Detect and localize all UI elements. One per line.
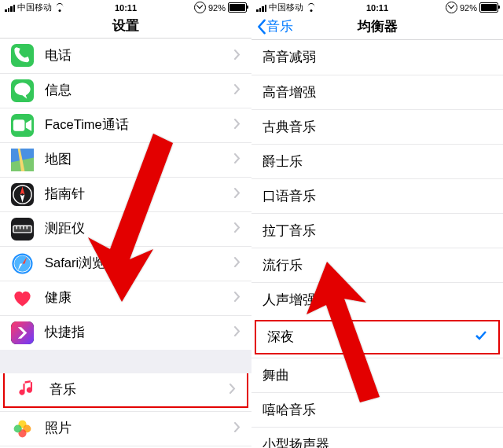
equalizer-row[interactable]: 舞曲 [252,358,503,392]
chevron-right-icon [234,118,240,132]
row-label: 高音增强 [263,84,492,101]
equalizer-row[interactable]: 高音增强 [252,75,503,109]
row-label: 测距仪 [45,220,234,237]
back-button[interactable]: 音乐 [256,17,293,35]
measure-icon [11,218,34,241]
equalizer-row[interactable]: 拉丁音乐 [252,213,503,248]
equalizer-row[interactable]: 小型扬声器 [252,427,503,448]
chevron-right-icon [234,325,240,340]
svg-rect-2 [13,226,31,233]
settings-row[interactable]: 电话 [0,39,252,73]
row-label: 流行乐 [263,257,492,274]
signal-icon [256,4,266,12]
battery-percent: 92% [460,3,477,13]
battery-icon [479,2,498,13]
row-label: 照片 [45,420,234,437]
chevron-right-icon [234,83,240,97]
message-icon [11,79,34,102]
battery-percent: 92% [208,3,226,13]
row-label: 爵士乐 [263,153,492,171]
row-label: 深夜 [267,329,475,346]
settings-list: 电话信息FaceTime通话地图指南针测距仪Safari浏览器健康快捷指 音乐照… [0,39,252,448]
status-bar: 中国移动 10:11 92% [252,0,503,14]
equalizer-row[interactable]: 爵士乐 [252,144,503,178]
equalizer-row[interactable]: 流行乐 [252,248,503,282]
row-label: 小型扬声器 [263,436,492,448]
equalizer-row[interactable]: 人声增强 [252,282,503,317]
settings-row[interactable]: 信息 [0,73,252,108]
chevron-right-icon [234,421,240,435]
equalizer-row[interactable]: 深夜 [255,320,500,354]
signal-icon [5,4,15,12]
row-label: 信息 [45,82,234,99]
time-label: 10:11 [115,3,137,13]
status-bar: 中国移动 10:11 92% [0,0,252,13]
row-label: 指南针 [45,185,234,203]
equalizer-row[interactable]: 高音减弱 [252,40,503,75]
time-label: 10:11 [366,3,388,13]
row-label: FaceTime通话 [45,116,234,134]
svg-point-10 [14,424,22,432]
carrier-label: 中国移动 [17,2,52,13]
equalizer-list: 高音减弱高音增强古典音乐爵士乐口语音乐拉丁音乐流行乐人声增强深夜舞曲嘻哈音乐小型… [252,40,503,448]
phone-icon [11,44,34,67]
svg-rect-6 [11,321,34,344]
row-label: 地图 [45,151,234,168]
row-label: 人声增强 [263,292,492,309]
health-icon [11,287,34,310]
settings-row[interactable]: 地图 [0,142,252,177]
settings-row[interactable]: 指南针 [0,177,252,211]
equalizer-row[interactable]: 嘻哈音乐 [252,392,503,427]
settings-row[interactable]: 快捷指 [0,315,252,350]
page-title: 设置 [112,17,139,35]
safari-icon [11,252,34,275]
orientation-lock-icon [446,2,457,13]
battery-icon [228,2,247,13]
chevron-right-icon [234,49,240,63]
svg-rect-0 [13,119,25,131]
chevron-right-icon [234,256,240,270]
equalizer-row[interactable]: 口语音乐 [252,178,503,213]
row-label: 拉丁音乐 [263,222,492,240]
chevron-right-icon [229,383,236,397]
settings-row[interactable]: 照片 [0,411,252,446]
music-icon [16,378,39,401]
row-label: 舞曲 [263,367,492,384]
settings-row[interactable]: 健康 [0,281,252,315]
settings-screen: 中国移动 10:11 92% 设置 电话信息FaceTime通话地图指南针测距仪… [0,0,252,448]
nav-bar: 设置 [0,13,252,39]
checkmark-icon [475,330,487,344]
row-label: 口语音乐 [263,188,492,205]
row-label: 嘻哈音乐 [263,402,492,419]
page-title: 均衡器 [358,17,398,35]
chevron-right-icon [234,222,240,236]
compass-icon [11,183,34,206]
row-label: 健康 [45,289,234,307]
row-label: 古典音乐 [263,119,492,136]
shortcuts-icon [11,321,34,344]
chevron-right-icon [234,291,240,305]
settings-row[interactable]: Safari浏览器 [0,246,252,281]
row-label: 高音减弱 [263,49,492,66]
orientation-lock-icon [194,2,206,13]
row-label: Safari浏览器 [45,255,234,272]
row-label: 音乐 [50,381,229,398]
wifi-icon [306,4,316,12]
settings-row[interactable]: 音乐 [3,373,248,408]
chevron-right-icon [234,152,240,167]
wifi-icon [54,4,64,12]
row-label: 电话 [45,47,234,64]
maps-icon [11,149,34,171]
settings-row[interactable]: FaceTime通话 [0,108,252,142]
equalizer-row[interactable]: 古典音乐 [252,109,503,144]
facetime-icon [11,114,34,137]
equalizer-screen: 中国移动 10:11 92% 音乐 均衡器 高音减弱高音增强古典音乐爵士乐口语音… [252,0,503,448]
carrier-label: 中国移动 [269,2,303,13]
nav-bar: 音乐 均衡器 [252,14,503,41]
chevron-right-icon [234,187,240,201]
settings-row[interactable]: 测距仪 [0,211,252,246]
photos-icon [11,417,34,440]
row-label: 快捷指 [45,324,234,341]
